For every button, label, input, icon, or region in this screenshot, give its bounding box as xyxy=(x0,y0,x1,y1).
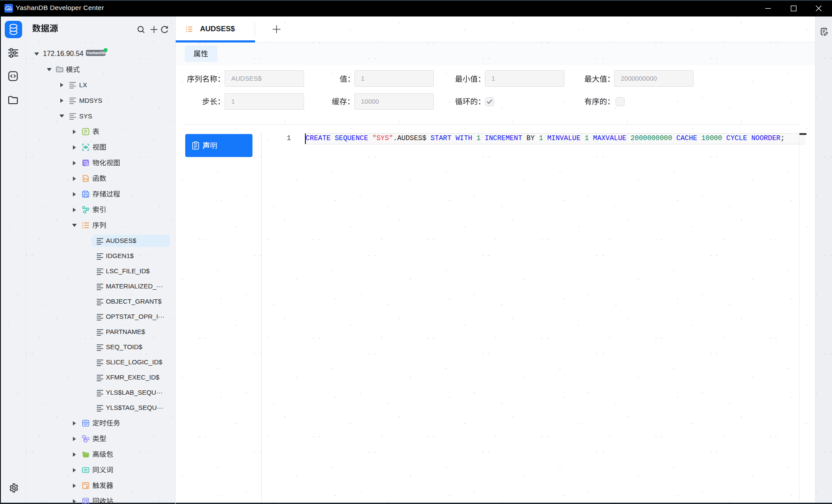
svg-text:Fx: Fx xyxy=(84,177,88,181)
